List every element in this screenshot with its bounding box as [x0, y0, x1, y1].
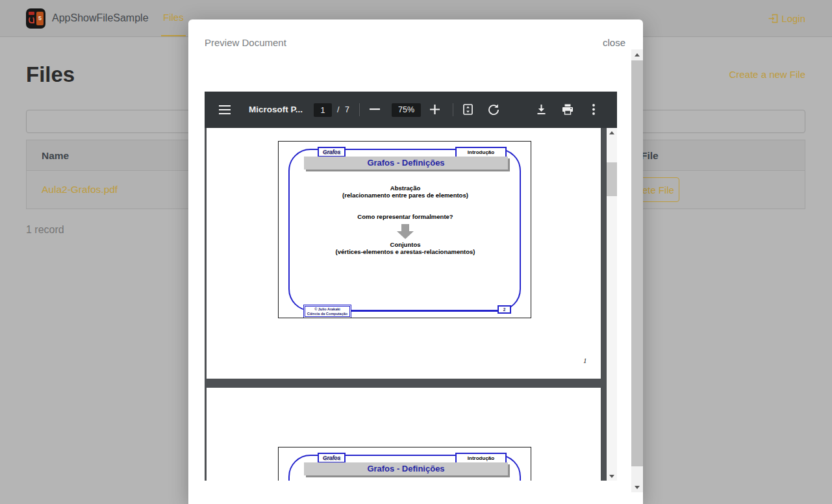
modal-title: Preview Document: [205, 37, 286, 48]
modal-scrollbar[interactable]: [631, 49, 643, 492]
slide-title: Grafos - Definições: [304, 462, 508, 475]
pdf-logo-icon: [29, 12, 34, 25]
toolbar-divider: [453, 103, 453, 116]
pdf-document-title: Microsoft P...: [249, 105, 303, 114]
slide-text: (vértices-elementos e arestas-relacionam…: [279, 248, 531, 255]
slide-logo: Grafos: [318, 453, 346, 463]
slide-number-box: 2: [498, 305, 511, 314]
down-arrow-shape: [397, 224, 414, 239]
page-title: Files: [26, 62, 75, 87]
column-header-name: Name: [42, 140, 69, 171]
slide-text: Abstração: [279, 184, 531, 192]
column-header-file: File: [641, 140, 659, 171]
slide-footer-box: © Julio Arakaki Ciência da Computação: [303, 305, 351, 318]
pdf-scrollbar[interactable]: [607, 128, 617, 481]
slide-text: Como representar formalmente?: [279, 213, 531, 220]
app-logo-icon: 5: [26, 8, 45, 29]
pdf-page-2: Grafos Introdução Grafos - Definições: [207, 388, 601, 481]
app-screen: 5 AppShowFileSample Files Login Files Cr…: [0, 0, 832, 504]
slide-footer-author: © Julio Arakaki: [305, 307, 349, 312]
slide-title: Grafos - Definições: [304, 157, 508, 170]
menu-icon[interactable]: [219, 105, 231, 114]
toolbar-divider: [359, 103, 360, 116]
pdf-viewer: Microsoft P... / 7 75%: [205, 92, 617, 481]
brand-title[interactable]: AppShowFileSample: [52, 0, 149, 36]
login-label: Login: [781, 13, 805, 24]
login-link[interactable]: Login: [768, 0, 805, 36]
file-name-link[interactable]: Aula2-Grafos.pdf: [42, 171, 118, 208]
pdf-content-area: Grafos Introdução Grafos - Definições Ab…: [205, 128, 617, 481]
slide-text: Conjuntos: [279, 241, 531, 248]
page-number-input[interactable]: [314, 103, 332, 117]
modal-scrollbar-thumb[interactable]: [631, 60, 643, 466]
html5-logo-icon: 5: [36, 12, 44, 25]
zoom-out-button[interactable]: [370, 108, 380, 110]
page-separator: /: [337, 105, 339, 114]
pdf-scrollbar-thumb[interactable]: [607, 162, 617, 196]
pdf-scroll-up-icon[interactable]: [607, 128, 617, 137]
create-file-link[interactable]: Create a new File: [729, 69, 805, 80]
download-icon[interactable]: [536, 104, 547, 115]
pdf-page-number: 1: [583, 357, 587, 364]
slide-1: Grafos Introdução Grafos - Definições Ab…: [278, 141, 531, 318]
modal-scroll-up-icon[interactable]: [631, 49, 643, 60]
nav-tab-files[interactable]: Files: [161, 0, 186, 36]
more-options-icon[interactable]: [592, 104, 595, 115]
slide-footer-dept: Ciência da Computação: [305, 312, 349, 316]
slide-footer-line: [351, 310, 498, 312]
rotate-icon[interactable]: [487, 103, 500, 116]
zoom-in-button[interactable]: [429, 104, 440, 115]
print-icon[interactable]: [562, 104, 574, 115]
slide-text: (relacionamento entre pares de elementos…: [279, 192, 531, 199]
record-count: 1 record: [26, 224, 64, 236]
pdf-toolbar: Microsoft P... / 7 75%: [205, 92, 617, 128]
fit-page-icon[interactable]: [462, 103, 474, 116]
modal-close-button[interactable]: close: [603, 37, 625, 48]
zoom-level[interactable]: 75%: [392, 103, 421, 117]
login-icon: [768, 13, 779, 24]
slide-logo: Grafos: [318, 147, 346, 157]
pdf-scroll-down-icon[interactable]: [607, 472, 617, 481]
slide-2: Grafos Introdução Grafos - Definições: [278, 447, 531, 481]
modal-scroll-down-icon[interactable]: [631, 482, 643, 492]
preview-modal: Preview Document close Microsoft P... / …: [188, 19, 643, 504]
pdf-page-1: Grafos Introdução Grafos - Definições Ab…: [207, 128, 601, 379]
page-total: 7: [345, 105, 349, 114]
